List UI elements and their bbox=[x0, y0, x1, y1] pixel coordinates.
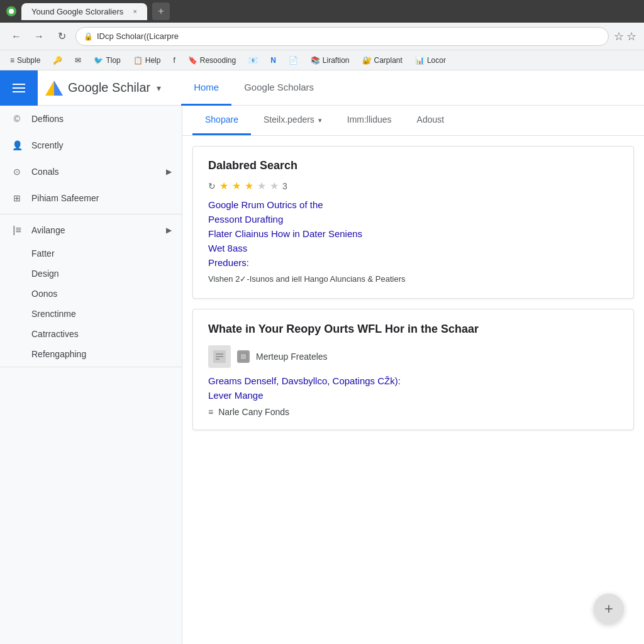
svg-rect-5 bbox=[241, 354, 246, 359]
bookmark-label: Liraftion bbox=[323, 56, 350, 65]
fab-button[interactable]: + bbox=[594, 594, 624, 624]
main-layout: © Deffions 👤 Scrently ⊙ Conals ▶ ⊞ Pihia… bbox=[0, 106, 644, 644]
browser-nav-bar: ← → ↻ 🔒 IDcp Scholar((Licarpre ☆ ☆ bbox=[0, 23, 644, 50]
bookmark-star[interactable]: ☆ bbox=[614, 30, 624, 43]
bookmark-doc[interactable]: 📄 bbox=[284, 55, 303, 66]
browser-title-bar: Yound Google Scloraliers × + bbox=[0, 0, 644, 23]
nav-google-scholars[interactable]: Google Scholars bbox=[231, 70, 326, 106]
n-icon: N bbox=[270, 56, 276, 65]
doc-icon: 📄 bbox=[289, 56, 298, 65]
card2-footer: ≡ Narle Cany Fonds bbox=[208, 407, 618, 417]
bookmark-gmail[interactable]: 📧 bbox=[243, 55, 263, 66]
card-link-4[interactable]: Wet 8ass bbox=[208, 243, 618, 253]
app-header: Google Schilar ▾ Home Google Scholars bbox=[0, 70, 644, 106]
email-icon: ✉ bbox=[75, 56, 81, 65]
settings-star[interactable]: ☆ bbox=[626, 30, 636, 43]
back-button[interactable]: ← bbox=[8, 28, 25, 45]
gmail-icon: 📧 bbox=[248, 56, 258, 65]
rating-number: 3 bbox=[282, 181, 287, 191]
bookmark-label: Locor bbox=[427, 56, 446, 65]
sidebar-sub-oonos[interactable]: Oonos bbox=[0, 284, 182, 304]
menu-icon: ≡ bbox=[10, 56, 14, 65]
refresh-button[interactable]: ↻ bbox=[53, 28, 70, 45]
tab-imm[interactable]: Imm:llidues bbox=[335, 106, 404, 135]
card-link-1[interactable]: Google Rrum Outrics of the bbox=[208, 199, 618, 210]
copyright-icon: © bbox=[10, 112, 24, 126]
star-5-empty: ★ bbox=[270, 180, 279, 192]
grid-icon: ⊞ bbox=[10, 191, 24, 205]
tab-shopare[interactable]: Shopare bbox=[192, 106, 251, 135]
browser-tab[interactable]: Yound Google Scloraliers × bbox=[21, 3, 147, 20]
content-area: Shopare Steilx.peders ▾ Imm:llidues Adou… bbox=[182, 106, 644, 644]
card-link-3[interactable]: Flater Cliainus How in Dater Seniens bbox=[208, 228, 618, 239]
person-icon: 👤 bbox=[10, 138, 24, 152]
sidebar-item-conals[interactable]: ⊙ Conals ▶ bbox=[0, 158, 182, 185]
sidebar-sub-catrractives[interactable]: Catrractives bbox=[0, 324, 182, 344]
bookmark-subple[interactable]: ≡ Subple bbox=[5, 55, 45, 66]
library-icon: 📚 bbox=[311, 56, 320, 65]
bookmark-label: Carplant bbox=[374, 56, 402, 65]
tab-steilx[interactable]: Steilx.peders ▾ bbox=[251, 106, 335, 135]
card-link-5[interactable]: Preduers: bbox=[208, 257, 618, 268]
sidebar-item-pihiam[interactable]: ⊞ Pihiam Safeemer bbox=[0, 185, 182, 211]
sidebar-sub-design[interactable]: Design bbox=[0, 264, 182, 284]
card2-link-1[interactable]: Greams Denself, Davsbyllco, Copatings CŽ… bbox=[208, 375, 618, 386]
sidebar-divider-2 bbox=[0, 367, 182, 367]
bookmark-locor[interactable]: 📊 Locor bbox=[410, 55, 451, 66]
sidebar-item-avilange[interactable]: |≡ Avilange ▶ bbox=[0, 217, 182, 243]
circle-icon: ⊙ bbox=[10, 165, 24, 179]
address-bar[interactable]: 🔒 IDcp Scholar((Licarpre bbox=[75, 27, 609, 46]
bookmark-email[interactable]: ✉ bbox=[70, 55, 86, 66]
tab-close-btn[interactable]: × bbox=[133, 8, 137, 15]
sidebar-divider bbox=[0, 214, 182, 214]
sidebar-item-deffions[interactable]: © Deffions bbox=[0, 106, 182, 132]
app-dropdown-btn[interactable]: ▾ bbox=[157, 83, 161, 93]
chevron-right-icon: ▶ bbox=[166, 167, 172, 176]
key-icon: 🔑 bbox=[53, 56, 62, 65]
sidebar-sub-fatter[interactable]: Fatter bbox=[0, 243, 182, 264]
tab-adoust[interactable]: Adoust bbox=[404, 106, 457, 135]
nav-home[interactable]: Home bbox=[181, 70, 231, 106]
star-buttons: ☆ ☆ bbox=[614, 30, 636, 43]
bookmark-label: Help bbox=[145, 56, 161, 65]
bookmark-key[interactable]: 🔑 bbox=[48, 55, 67, 66]
meta-author: Merteup Freateles bbox=[256, 352, 328, 362]
bookmark-n[interactable]: N bbox=[265, 55, 281, 66]
new-tab-btn[interactable]: + bbox=[152, 3, 170, 20]
forward-button[interactable]: → bbox=[30, 28, 48, 45]
facebook-icon: f bbox=[173, 56, 175, 65]
card2-link-2[interactable]: Lever Mange bbox=[208, 390, 618, 401]
bookmark-tlop[interactable]: 🐦 Tlop bbox=[89, 55, 125, 66]
sidebar-sub-refengaphing[interactable]: Refengaphing bbox=[0, 344, 182, 364]
app-logo: Google Schilar ▾ bbox=[38, 79, 169, 97]
sidebar-item-label: Pihiam Safeemer bbox=[31, 193, 99, 203]
bookmark-resooding[interactable]: 🔖 Resooding bbox=[183, 55, 241, 66]
card-dalabred: Dalabred Search ↻ ★ ★ ★ ★ ★ 3 Google Rru… bbox=[192, 146, 634, 299]
sidebar-sub-srenctinme[interactable]: Srenctinme bbox=[0, 304, 182, 324]
lock-bm-icon: 🔐 bbox=[362, 56, 372, 65]
card-rating: ↻ ★ ★ ★ ★ ★ 3 bbox=[208, 180, 618, 192]
twitter-icon: 🐦 bbox=[94, 56, 103, 65]
header-nav: Home Google Scholars bbox=[181, 70, 326, 106]
bookmark-label: Tlop bbox=[106, 56, 120, 65]
sidebar-item-scrently[interactable]: 👤 Scrently bbox=[0, 132, 182, 158]
sidebar-item-label: Avilange bbox=[31, 225, 65, 235]
browser-favicon bbox=[6, 6, 16, 16]
app-container: Google Schilar ▾ Home Google Scholars © … bbox=[0, 70, 644, 644]
bookmark-label: Subple bbox=[17, 56, 40, 65]
meta-small-icon bbox=[237, 350, 250, 363]
bookmark-carplant[interactable]: 🔐 Carplant bbox=[357, 55, 408, 66]
chevron-right-icon: ▶ bbox=[166, 226, 172, 235]
tab-title: Yound Google Scloraliers bbox=[31, 7, 123, 16]
bookmark-liraftion[interactable]: 📚 Liraftion bbox=[306, 55, 355, 66]
bookmark-help[interactable]: 📋 Help bbox=[128, 55, 166, 66]
list-icon: |≡ bbox=[10, 223, 24, 237]
hamburger-menu-btn[interactable] bbox=[0, 70, 38, 106]
star-4-empty: ★ bbox=[257, 180, 266, 192]
card-title: Dalabred Search bbox=[208, 159, 618, 172]
lock-icon: 🔒 bbox=[84, 32, 93, 41]
bookmark-facebook[interactable]: f bbox=[168, 55, 180, 66]
card-link-2[interactable]: Pessont Durafting bbox=[208, 214, 618, 225]
content-cards: Dalabred Search ↻ ★ ★ ★ ★ ★ 3 Google Rru… bbox=[182, 136, 644, 440]
chevron-down-icon: ▾ bbox=[318, 116, 322, 124]
